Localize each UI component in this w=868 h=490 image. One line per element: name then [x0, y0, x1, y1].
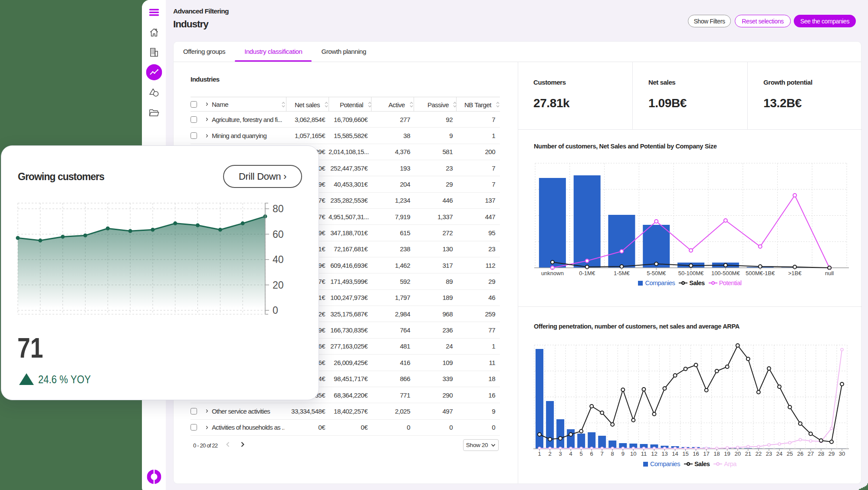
svg-text:40: 40 — [273, 254, 284, 265]
svg-text:0-1M€: 0-1M€ — [579, 270, 595, 276]
svg-text:23: 23 — [766, 451, 772, 457]
svg-text:21: 21 — [745, 451, 751, 457]
svg-text:17: 17 — [703, 451, 709, 457]
svg-text:19: 19 — [724, 451, 730, 457]
svg-text:5: 5 — [580, 451, 583, 457]
svg-text:>1B€: >1B€ — [788, 270, 802, 276]
svg-text:14: 14 — [672, 451, 678, 457]
svg-text:5-50M€: 5-50M€ — [647, 270, 666, 276]
svg-text:18: 18 — [713, 451, 720, 457]
svg-text:22: 22 — [755, 451, 761, 457]
svg-text:24: 24 — [776, 451, 783, 457]
svg-text:30: 30 — [839, 451, 845, 457]
svg-text:9: 9 — [621, 451, 625, 457]
svg-text:15: 15 — [682, 451, 688, 457]
svg-text:80: 80 — [273, 203, 284, 214]
svg-text:7: 7 — [601, 451, 604, 457]
svg-text:500M€-1B€: 500M€-1B€ — [746, 270, 775, 276]
svg-text:26: 26 — [797, 451, 803, 457]
svg-text:13: 13 — [661, 451, 667, 457]
svg-text:20: 20 — [734, 451, 740, 457]
svg-text:28: 28 — [818, 451, 824, 457]
svg-text:20: 20 — [273, 280, 284, 291]
svg-text:6: 6 — [590, 451, 593, 457]
svg-text:2: 2 — [548, 451, 551, 457]
svg-text:11: 11 — [641, 451, 647, 457]
svg-text:100-500M€: 100-500M€ — [711, 270, 740, 276]
svg-text:3: 3 — [559, 451, 562, 457]
svg-text:10: 10 — [630, 451, 636, 457]
svg-text:29: 29 — [829, 451, 835, 457]
svg-text:null: null — [825, 270, 834, 276]
svg-text:1-5M€: 1-5M€ — [614, 270, 630, 276]
svg-text:25: 25 — [787, 451, 793, 457]
svg-text:8: 8 — [611, 451, 614, 457]
svg-text:16: 16 — [693, 451, 699, 457]
svg-text:50-100M€: 50-100M€ — [678, 270, 704, 276]
svg-text:60: 60 — [273, 229, 284, 240]
svg-text:0: 0 — [273, 305, 278, 316]
svg-text:1: 1 — [538, 451, 541, 457]
svg-text:27: 27 — [808, 451, 814, 457]
svg-text:12: 12 — [651, 451, 657, 457]
svg-text:unknown: unknown — [541, 270, 564, 276]
svg-text:4: 4 — [569, 451, 572, 457]
